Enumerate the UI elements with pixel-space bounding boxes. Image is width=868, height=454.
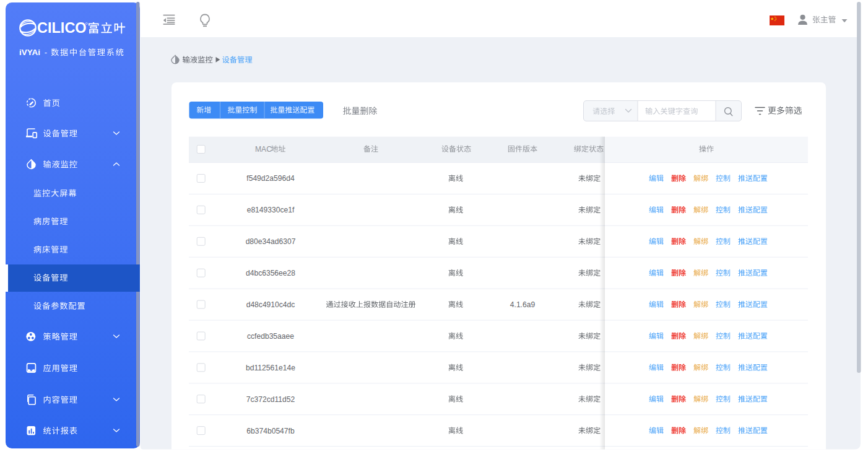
svg-text:bd112561e14e: bd112561e14e xyxy=(246,364,295,372)
svg-text:4.1.6a9: 4.1.6a9 xyxy=(510,300,536,309)
svg-text:CILICO: CILICO xyxy=(37,20,87,36)
svg-text:d80e34ad6307: d80e34ad6307 xyxy=(246,237,296,246)
svg-text:e8149330ce1f: e8149330ce1f xyxy=(247,206,295,214)
svg-text:iVYAi: iVYAi xyxy=(19,48,40,57)
svg-text:6b374b0547fb: 6b374b0547fb xyxy=(246,427,295,435)
svg-text:d4bc6356ee28: d4bc6356ee28 xyxy=(246,269,295,277)
svg-text:d48c4910c4dc: d48c4910c4dc xyxy=(246,300,295,309)
svg-text:ccfedb35aaee: ccfedb35aaee xyxy=(247,332,294,341)
svg-text:f549d2a596d4: f549d2a596d4 xyxy=(246,174,295,183)
svg-text:-: - xyxy=(45,48,47,57)
svg-text:7c372cd11d52: 7c372cd11d52 xyxy=(246,395,295,404)
svg-text:MAC: MAC xyxy=(255,145,272,154)
